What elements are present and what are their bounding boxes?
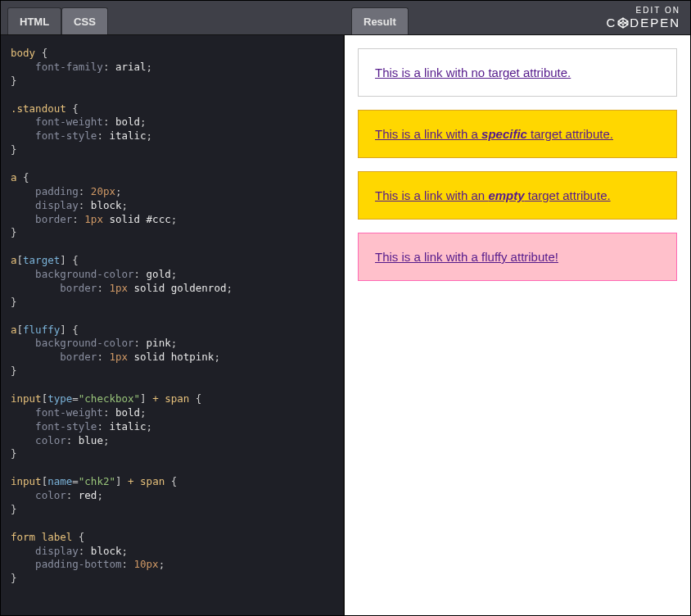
codepen-logo: C DEPEN <box>606 16 680 29</box>
result-link-specific-target[interactable]: This is a link with a specific target at… <box>358 110 677 158</box>
result-link-text: This is a link with an <box>375 188 488 202</box>
result-link-text: This is a link with a <box>375 127 481 141</box>
result-link-em: specific <box>481 127 527 141</box>
result-link-empty-target[interactable]: This is a link with an empty target attr… <box>358 171 677 220</box>
result-link-text: This is a link with no target attribute. <box>375 66 571 79</box>
codepen-cube-icon <box>617 17 629 29</box>
result-link-no-target[interactable]: This is a link with no target attribute. <box>358 48 677 97</box>
codepen-logo-text-left: C <box>606 16 616 29</box>
codepen-embed: HTML CSS Result EDIT ON C DEPEN <box>0 0 691 616</box>
topbar: HTML CSS Result EDIT ON C DEPEN <box>1 1 690 35</box>
tab-css[interactable]: CSS <box>61 7 108 34</box>
result-link-em: empty <box>488 188 524 202</box>
result-pane: This is a link with no target attribute.… <box>345 35 690 615</box>
codepen-logo-text-right: DEPEN <box>630 16 680 29</box>
css-source: body { font-family: arial; } .standout {… <box>1 35 343 597</box>
edit-on-codepen-link[interactable]: EDIT ON C DEPEN <box>606 1 690 34</box>
editor-tabs: HTML CSS <box>1 1 108 34</box>
result-link-text: target attribute. <box>525 188 611 202</box>
result-link-text: target attribute. <box>527 127 613 141</box>
panes: body { font-family: arial; } .standout {… <box>1 35 690 615</box>
code-editor[interactable]: body { font-family: arial; } .standout {… <box>1 35 345 615</box>
tab-result[interactable]: Result <box>351 7 409 34</box>
tab-html[interactable]: HTML <box>7 7 61 34</box>
result-content: This is a link with no target attribute.… <box>345 35 690 307</box>
result-link-text: This is a link with a fluffy attribute! <box>375 250 558 264</box>
edit-on-label: EDIT ON <box>636 7 680 15</box>
result-link-fluffy[interactable]: This is a link with a fluffy attribute! <box>358 233 677 281</box>
